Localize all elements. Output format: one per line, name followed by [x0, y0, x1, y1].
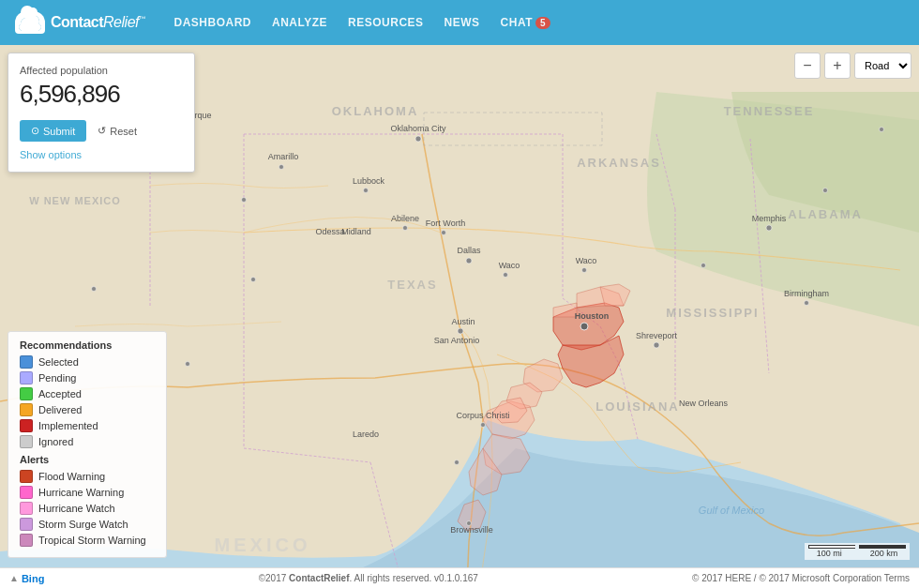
svg-text:Abilene: Abilene	[391, 214, 419, 223]
svg-point-27	[279, 165, 284, 170]
population-number: 6,596,896	[20, 80, 183, 109]
logo-icon	[15, 11, 45, 34]
svg-text:New Orleans: New Orleans	[679, 399, 729, 408]
hurricane-warn-label: Hurricane Warning	[38, 487, 124, 498]
selected-swatch	[20, 355, 33, 369]
hurricane-watch-label: Hurricane Watch	[38, 503, 115, 514]
footer: ▲ Bing ©2017 ContactRelief. All rights r…	[0, 567, 919, 588]
svg-point-31	[455, 460, 460, 465]
pending-swatch	[20, 371, 33, 384]
bing-logo: ▲ Bing	[9, 573, 44, 584]
svg-point-21	[580, 323, 588, 330]
legend-hurricane-warning: Hurricane Warning	[20, 486, 155, 499]
tropical-storm-label: Tropical Storm Warning	[38, 535, 146, 546]
svg-point-42	[823, 188, 828, 193]
nav-dashboard[interactable]: DASHBOARD	[172, 12, 253, 33]
svg-text:MISSISSIPPI: MISSISSIPPI	[666, 306, 759, 320]
legend-pending: Pending	[20, 371, 155, 384]
submit-icon: ⊙	[31, 125, 39, 137]
svg-point-43	[880, 128, 884, 132]
svg-text:W NEW MEXICO: W NEW MEXICO	[29, 195, 121, 206]
zoom-in-button[interactable]: +	[824, 53, 851, 79]
ignored-swatch	[20, 435, 33, 448]
delivered-label: Delivered	[38, 404, 82, 415]
svg-point-36	[242, 198, 247, 203]
implemented-swatch	[20, 419, 33, 432]
legend-delivered: Delivered	[20, 403, 155, 416]
reset-button[interactable]: ↺ Reset	[90, 120, 144, 142]
svg-point-38	[186, 362, 190, 367]
alerts-title: Alerts	[20, 454, 155, 465]
svg-text:Shreveport: Shreveport	[636, 331, 678, 340]
svg-text:Birmingham: Birmingham	[784, 289, 829, 298]
legend-ignored: Ignored	[20, 435, 155, 448]
legend-hurricane-watch: Hurricane Watch	[20, 502, 155, 515]
storm-surge-swatch	[20, 518, 33, 531]
flood-swatch	[20, 470, 33, 483]
bing-label: Bing	[22, 573, 44, 584]
svg-text:Austin: Austin	[451, 317, 475, 326]
svg-point-25	[403, 226, 408, 231]
legend-implemented: Implemented	[20, 419, 155, 432]
legend-flood-warning: Flood Warning	[20, 470, 155, 483]
map-container: OKLAHOMA ARKANSAS TENNESSEE ALABAMA MISS…	[0, 45, 919, 588]
show-options-link[interactable]: Show options	[20, 149, 183, 160]
scale-label-2: 200 km	[870, 549, 898, 558]
flood-label: Flood Warning	[38, 471, 105, 482]
svg-text:ALABAMA: ALABAMA	[788, 207, 863, 221]
svg-text:Houston: Houston	[575, 311, 610, 321]
svg-text:Fort Worth: Fort Worth	[426, 219, 465, 228]
svg-text:Amarillo: Amarillo	[268, 152, 299, 161]
affected-panel: Affected population 6,596,896 ⊙ Submit ↺…	[8, 53, 195, 173]
svg-text:MEXICO: MEXICO	[215, 535, 311, 555]
legend-tropical-storm: Tropical Storm Warning	[20, 534, 155, 547]
scale-bar: 100 mi 200 km	[805, 543, 910, 560]
svg-point-22	[466, 258, 472, 264]
selected-label: Selected	[38, 356, 79, 368]
svg-text:LOUISIANA: LOUISIANA	[595, 400, 680, 414]
zoom-out-button[interactable]: −	[794, 53, 821, 79]
map-controls: − + Road	[794, 53, 911, 79]
hurricane-watch-swatch	[20, 502, 33, 515]
svg-text:Laredo: Laredo	[353, 430, 379, 439]
svg-point-28	[415, 136, 421, 142]
svg-point-5	[26, 15, 39, 28]
nav-resources[interactable]: RESOURCES	[346, 12, 426, 33]
svg-point-34	[701, 264, 706, 268]
svg-text:Midland: Midland	[341, 227, 371, 236]
tropical-storm-swatch	[20, 534, 33, 547]
svg-text:Waco: Waco	[499, 261, 520, 270]
footer-credits: © 2017 HERE / © 2017 Microsoft Corporati…	[692, 573, 910, 583]
legend-storm-surge: Storm Surge Watch	[20, 518, 155, 531]
footer-copyright: ©2017 ContactRelief. All rights reserved…	[259, 573, 478, 583]
svg-text:Dallas: Dallas	[457, 246, 481, 255]
svg-point-33	[654, 342, 659, 348]
delivered-swatch	[20, 403, 33, 416]
submit-button[interactable]: ⊙ Submit	[20, 120, 86, 142]
nav-chat[interactable]: CHAT5	[499, 12, 553, 33]
map-type-select[interactable]: Road	[854, 53, 911, 79]
navbar: ContactRelief™ DASHBOARD ANALYZE RESOURC…	[0, 0, 919, 45]
logo[interactable]: ContactRelief™	[15, 11, 145, 34]
svg-text:San Antonio: San Antonio	[434, 336, 480, 345]
svg-point-20	[458, 328, 463, 334]
nav-news[interactable]: NEWS	[443, 12, 482, 33]
nav-analyze[interactable]: ANALYZE	[270, 12, 329, 33]
svg-point-32	[582, 268, 587, 273]
svg-point-29	[481, 423, 486, 428]
svg-text:Gulf of Mexico: Gulf of Mexico	[699, 505, 764, 516]
chat-badge: 5	[535, 17, 550, 29]
scale-label-1: 100 mi	[817, 549, 842, 558]
pending-label: Pending	[38, 372, 76, 384]
bing-map-icon: ▲	[9, 573, 19, 583]
svg-text:OKLAHOMA: OKLAHOMA	[332, 104, 419, 118]
ignored-label: Ignored	[38, 436, 73, 447]
implemented-label: Implemented	[38, 420, 98, 431]
svg-text:Lubbock: Lubbock	[353, 176, 385, 186]
legend-selected: Selected	[20, 355, 155, 369]
legend-accepted: Accepted	[20, 387, 155, 400]
hurricane-warn-swatch	[20, 486, 33, 499]
legend-panel: Recommendations Selected Pending Accepte…	[8, 331, 167, 558]
accepted-label: Accepted	[38, 388, 82, 400]
svg-point-24	[504, 273, 508, 278]
